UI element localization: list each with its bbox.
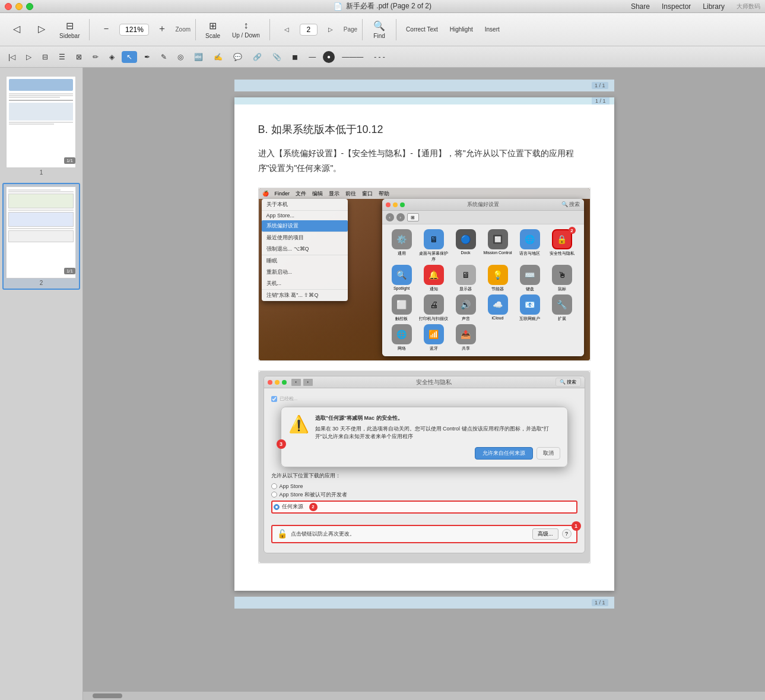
h-scrollbar[interactable] (83, 692, 765, 700)
apple-menu-syspref[interactable]: 系统偏好设置 (262, 220, 348, 232)
radio-any-source[interactable]: 任何来源 2 (271, 501, 577, 514)
anno-tool-5[interactable]: ⊠ (72, 52, 85, 62)
zoom-in-btn[interactable]: ＋ (150, 20, 174, 39)
apple-menu-logout[interactable]: 注销"东珠 葛"... ⇧⌘Q (262, 290, 348, 301)
scale-btn[interactable]: ⊞ Scale (201, 18, 225, 42)
sec-nav-fwd[interactable]: › (303, 379, 313, 386)
syspref-grid[interactable]: ⊞ (407, 213, 419, 221)
anno-tool-cursor[interactable]: ↖ (122, 51, 137, 63)
sidebar-page-1[interactable]: 1 1/1 (2, 72, 80, 179)
advanced-btn[interactable]: 高级... (532, 528, 558, 540)
zoom-out-btn[interactable]: － (94, 20, 118, 39)
syspref-icon-dock[interactable]: 🔵 Dock (451, 229, 481, 262)
sidebar-toggle[interactable]: ⊟ Sidebar (55, 18, 84, 42)
sec-min[interactable] (275, 380, 280, 385)
sec-max[interactable] (282, 380, 287, 385)
allow-any-source-btn[interactable]: 允许来自任何来源 (475, 447, 533, 460)
page-right-btn[interactable]: ▷ (319, 24, 342, 35)
syspref-icon-ext[interactable]: 🔧 扩展 (547, 294, 577, 322)
help-btn[interactable]: ? (562, 529, 572, 539)
anno-tool-9[interactable]: ✎ (157, 52, 170, 62)
syspref-icon-trackpad[interactable]: ⬜ 触控板 (387, 294, 417, 322)
anno-tool-7[interactable]: ◈ (106, 52, 118, 62)
apple-menu-shutdown[interactable]: 关机... (262, 278, 348, 289)
insert-btn[interactable]: Insert (480, 24, 504, 35)
sec-checkbox-1[interactable] (271, 396, 277, 402)
maximize-button[interactable] (26, 3, 33, 10)
anno-tool-8[interactable]: ✒ (141, 52, 154, 62)
syspref-icon-network[interactable]: 🌐 网络 (387, 324, 417, 351)
radio-any-source-btn[interactable] (274, 504, 280, 510)
apple-menu-force-quit[interactable]: 强制退出... ⌥⌘Q (262, 243, 348, 255)
anno-tool-line[interactable]: ——— (338, 52, 367, 62)
apple-menu-appstore[interactable]: App Store... (262, 211, 348, 220)
syspref-icon-security[interactable]: 🔒 安全性与隐私 2 (547, 229, 577, 262)
syspref-icon-icloud[interactable]: ☁️ iCloud (483, 294, 513, 322)
syspref-icon-spotlight[interactable]: 🔍 Spotlight (387, 265, 417, 292)
apple-menu-about[interactable]: 关于本机 (262, 199, 348, 210)
syspref-icon-sound[interactable]: 🔊 声音 (451, 294, 481, 322)
anno-tool-dashes[interactable]: - - - (370, 52, 389, 62)
inspector-button[interactable]: Inspector (662, 2, 691, 11)
page-input[interactable] (300, 24, 318, 36)
syspref-icon-display[interactable]: 🖥 显示器 (451, 265, 481, 292)
zoom-input[interactable]: 121% (119, 24, 149, 36)
highlight-btn[interactable]: Highlight (445, 24, 478, 35)
syspref-icon-mouse[interactable]: 🖱 鼠标 (547, 265, 577, 292)
find-btn[interactable]: 🔍 Find (367, 18, 391, 42)
syspref-icon-energy[interactable]: 💡 节能器 (483, 265, 513, 292)
syspref-icon-bluetooth[interactable]: 📶 蓝牙 (419, 324, 449, 351)
syspref-icon-keyboard[interactable]: ⌨️ 键盘 (515, 265, 545, 292)
anno-tool-6[interactable]: ✏ (89, 52, 102, 62)
anno-tool-16[interactable]: ◼ (288, 52, 301, 62)
anno-tool-2[interactable]: ▷ (23, 52, 35, 62)
radio-appstore-btn[interactable] (271, 483, 277, 489)
syspref-icon-notify[interactable]: 🔔 通知 (419, 265, 449, 292)
toolbar-prev-btn[interactable]: ◁ (5, 21, 28, 38)
radio-appstore-devs-btn[interactable] (271, 492, 277, 498)
minimize-button[interactable] (15, 3, 23, 10)
syspref-back[interactable]: ‹ (386, 213, 394, 221)
anno-tool-13[interactable]: 💬 (230, 52, 246, 62)
apple-menu-recent[interactable]: 最近使用的项目 (262, 232, 348, 243)
anno-tool-10[interactable]: ◎ (174, 52, 187, 62)
apple-menu-sleep[interactable]: 睡眠 (262, 255, 348, 267)
apple-menu-restart[interactable]: 重新启动... (262, 267, 348, 278)
page-left-btn[interactable]: ◁ (275, 24, 299, 35)
h-scrollbar-thumb[interactable] (93, 693, 122, 698)
syspref-search[interactable]: 🔍 搜索 (561, 201, 580, 208)
anno-tool-15[interactable]: 📎 (269, 52, 285, 62)
circle-tool-btn[interactable]: ● (323, 51, 335, 63)
syspref-icon-desktop[interactable]: 🖥 桌面与屏幕保护序 (419, 229, 449, 262)
sec-search-box[interactable]: 🔍 搜索 (556, 378, 580, 387)
toolbar-next-btn[interactable]: ▷ (30, 21, 53, 38)
syspref-close[interactable] (386, 202, 391, 207)
syspref-icon-language[interactable]: 🌐 语言与地区 (515, 229, 545, 262)
radio-appstore[interactable]: App Store (271, 483, 577, 489)
syspref-min[interactable] (393, 202, 398, 207)
syspref-max[interactable] (400, 202, 405, 207)
syspref-icon-printer[interactable]: 🖨 打印机与扫描仪 (419, 294, 449, 322)
sidebar-page-2[interactable]: 2 1/1 (2, 183, 80, 290)
syspref-forward[interactable]: › (396, 213, 405, 221)
syspref-icon-mission[interactable]: 🔲 Mission Control (483, 229, 513, 262)
anno-tool-17[interactable]: — (305, 52, 319, 62)
cancel-btn[interactable]: 取消 (537, 447, 560, 460)
anno-tool-4[interactable]: ☰ (55, 52, 69, 62)
anno-tool-11[interactable]: 🔤 (191, 52, 207, 62)
anno-tool-1[interactable]: |◁ (5, 52, 19, 62)
anno-tool-3[interactable]: ⊟ (39, 52, 52, 62)
anno-tool-14[interactable]: 🔗 (249, 52, 265, 62)
correct-text-btn[interactable]: Correct Text (401, 24, 443, 35)
sec-nav-back[interactable]: ‹ (291, 379, 301, 386)
updown-btn[interactable]: ↕ Up / Down (227, 18, 265, 41)
share-button[interactable]: Share (631, 2, 650, 11)
syspref-icon-internet[interactable]: 📧 互联网账户 (515, 294, 545, 322)
sec-close[interactable] (268, 380, 272, 385)
library-button[interactable]: Library (703, 2, 725, 11)
syspref-icon-share[interactable]: 📤 共享 (451, 324, 481, 351)
syspref-icon-general[interactable]: ⚙️ 通用 (387, 229, 417, 262)
close-button[interactable] (5, 3, 12, 10)
anno-tool-12[interactable]: ✍ (210, 52, 226, 62)
radio-appstore-devs[interactable]: App Store 和被认可的开发者 (271, 491, 577, 499)
